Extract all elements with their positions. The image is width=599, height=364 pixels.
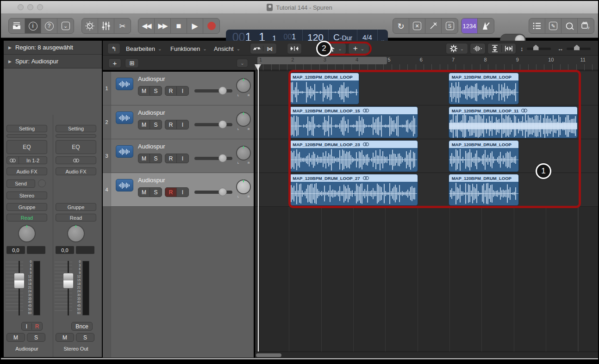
pan-knob[interactable] (236, 146, 251, 160)
input-monitor-button[interactable]: I (177, 154, 188, 163)
stop-button[interactable]: ■ (171, 19, 187, 33)
vertical-zoom-track[interactable] (527, 48, 551, 50)
preset-button[interactable] (56, 134, 96, 138)
playhead-line[interactable] (258, 64, 259, 353)
pan-knob[interactable] (236, 179, 251, 194)
solo-button[interactable]: S (150, 188, 162, 197)
snap-mode-button[interactable] (287, 43, 302, 54)
mute-button[interactable]: M (138, 154, 150, 163)
menu-ansicht[interactable]: Ansicht⌄ (214, 43, 240, 54)
inspector-button[interactable]: i (25, 19, 41, 33)
audio-fx-button[interactable]: Audio FX (6, 167, 47, 175)
record-enable-button[interactable]: R (165, 188, 177, 197)
volume-slider-thumb[interactable] (218, 86, 227, 95)
vertical-zoom-slider[interactable]: ↕ (520, 43, 551, 54)
horizontal-zoom-slider[interactable]: ↔ (557, 43, 591, 54)
automation-button[interactable] (250, 46, 263, 51)
volume-slider[interactable] (194, 191, 232, 194)
library-button[interactable] (9, 19, 25, 33)
smart-controls-button[interactable] (82, 19, 98, 33)
audio-region[interactable]: MAP_120BPM_DRUM_LOOP (289, 73, 359, 105)
rewind-button[interactable]: ◀◀ (138, 19, 155, 33)
input-format-cell[interactable] (7, 157, 19, 164)
volume-slider-thumb[interactable] (218, 120, 227, 129)
horizontal-auto-zoom-button[interactable] (502, 45, 516, 52)
cycle-range-strip[interactable] (257, 57, 387, 64)
volume-slider-thumb[interactable] (218, 154, 227, 162)
list-editors-button[interactable] (529, 19, 545, 33)
input-button[interactable] (56, 156, 96, 164)
solo-mode-button[interactable]: S (442, 19, 458, 33)
tuner-button[interactable] (425, 19, 442, 33)
waveform-zoom-button[interactable] (470, 43, 486, 54)
mixer-button[interactable] (98, 19, 114, 33)
mute-button[interactable]: M (138, 188, 150, 197)
track-header-row[interactable]: 2AudiospurMSRILR (103, 105, 254, 139)
count-in-button[interactable]: 1234 (462, 19, 478, 33)
automation-mode-button[interactable]: Read (56, 214, 96, 222)
solo-button[interactable]: S (27, 333, 45, 342)
flex-button[interactable]: ⋈ (263, 45, 276, 52)
vertical-auto-zoom-button[interactable] (488, 45, 502, 52)
menu-funktionen[interactable]: Funktionen⌄ (170, 43, 207, 54)
track-header-row[interactable]: 4AudiospurMSRILR (103, 173, 254, 207)
input-button[interactable]: In 1-2 (6, 156, 47, 164)
audio-region[interactable]: MAP_120BPM_DRUM_LOOP_23 (289, 140, 418, 172)
audio-fx-button[interactable]: Audio FX (56, 167, 96, 175)
note-pads-button[interactable]: ✎ (545, 19, 562, 33)
quick-help-button[interactable]: ? (41, 19, 57, 33)
audio-region[interactable]: MAP_120BPM_DRUM_LOOP (449, 174, 519, 206)
record-enable-button[interactable]: R (165, 86, 177, 95)
input-source-cell[interactable]: In 1-2 (19, 158, 47, 163)
cycle-button[interactable]: ↻ (393, 19, 409, 33)
fader-thumb[interactable] (14, 273, 25, 289)
media-browser-button[interactable]: ♪ (578, 19, 594, 33)
track-list-empty-area[interactable] (103, 207, 254, 358)
toolbar-toggle-button[interactable]: ⌄ (57, 19, 74, 33)
scrollbar-thumb[interactable] (256, 353, 281, 357)
volume-slider[interactable] (194, 123, 232, 126)
track-header-settings-button[interactable]: ⌄ (446, 43, 468, 54)
autopunch-button[interactable]: ✕ (409, 19, 425, 33)
add-track-button[interactable]: + (108, 58, 121, 68)
eq-button[interactable]: EQ (56, 140, 96, 154)
apple-loops-button[interactable] (562, 19, 578, 33)
audio-region[interactable]: MAP_120BPM_DRUM_LOOP (449, 73, 519, 105)
eq-button[interactable]: EQ (6, 140, 47, 154)
region-inspector-header[interactable]: ▶ Region: 8 ausgewählt (4, 41, 102, 55)
automation-mode-button[interactable]: Read (6, 214, 47, 222)
solo-button[interactable]: S (76, 333, 94, 342)
horizontal-zoom-track[interactable] (567, 48, 591, 50)
group-button[interactable]: Gruppe (56, 203, 96, 211)
horizontal-zoom-thumb[interactable] (574, 45, 580, 50)
menu-bearbeiten[interactable]: Bearbeiten⌄ (126, 43, 162, 54)
duplicate-track-button[interactable]: ⊞ (125, 58, 139, 68)
track-header-row[interactable]: 1AudiospurMSRILR (103, 72, 254, 105)
vertical-zoom-thumb[interactable] (533, 45, 539, 50)
mute-button[interactable]: M (138, 86, 150, 95)
solo-button[interactable]: S (150, 86, 162, 95)
horizontal-scrollbar[interactable] (255, 352, 598, 358)
record-enable-button[interactable]: R (165, 154, 177, 163)
record-enable-button[interactable]: R (32, 323, 42, 330)
audio-region[interactable]: MAP_120BPM_DRUM_LOOP_27 (289, 174, 418, 206)
mute-button[interactable]: M (138, 120, 150, 129)
input-monitor-button[interactable]: I (177, 86, 188, 95)
track-header-options-button[interactable]: ⌄ (237, 59, 248, 68)
audio-region[interactable]: MAP_120BPM_DRUM_LOOP_15 (289, 106, 418, 138)
volume-slider[interactable] (194, 157, 232, 160)
pan-knob[interactable] (236, 112, 251, 127)
preset-button[interactable] (6, 134, 47, 138)
audio-region[interactable]: MAP_120BPM_DRUM_LOOP_11 (449, 106, 578, 138)
audio-region[interactable]: MAP_120BPM_DRUM_LOOP (449, 140, 519, 172)
track-inspector-header[interactable]: ▶ Spur: Audiospur (4, 55, 102, 68)
input-monitor-button[interactable]: I (177, 120, 188, 129)
pan-knob[interactable] (236, 78, 251, 93)
record-enable-button[interactable]: R (165, 120, 177, 129)
fader-thumb[interactable] (63, 273, 74, 289)
input-monitor-button[interactable]: I (22, 323, 32, 330)
play-button[interactable]: ▶ (187, 19, 203, 33)
bounce-button[interactable]: Bnce (71, 322, 93, 331)
pan-knob[interactable] (67, 225, 85, 242)
solo-button[interactable]: S (150, 154, 162, 163)
